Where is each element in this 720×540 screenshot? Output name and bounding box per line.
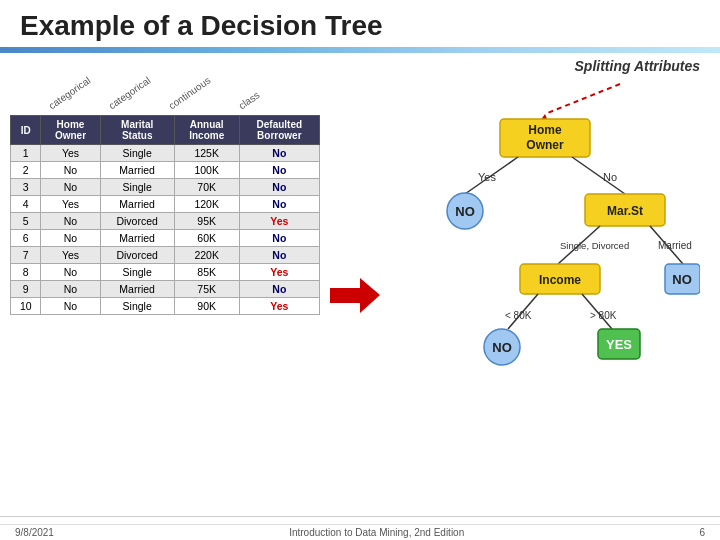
col-angled-2: categorical [106, 75, 153, 113]
col-angled-4: class [237, 89, 263, 113]
svg-text:YES: YES [606, 337, 632, 352]
table-row: 2NoMarried100KNo [11, 162, 320, 179]
table-row: 10NoSingle90KYes [11, 298, 320, 315]
svg-line-1 [545, 84, 620, 114]
svg-text:Owner: Owner [526, 138, 564, 152]
red-arrow [330, 278, 380, 313]
th-id: ID [11, 116, 41, 145]
table-row: 9NoMarried75KNo [11, 281, 320, 298]
svg-text:Yes: Yes [478, 171, 496, 183]
data-table: ID HomeOwner MaritalStatus AnnualIncome … [10, 115, 320, 315]
right-section: Splitting Attributes Home Owner Yes No N… [390, 53, 710, 378]
th-homeowner: HomeOwner [41, 116, 100, 145]
svg-text:Home: Home [528, 123, 562, 137]
footer: 9/8/2021 Introduction to Data Mining, 2n… [0, 524, 720, 540]
table-row: 3NoSingle70KNo [11, 179, 320, 196]
table-row: 1YesSingle125KNo [11, 145, 320, 162]
svg-marker-0 [330, 278, 380, 313]
table-section: categorical categorical continuous class… [10, 53, 320, 378]
svg-text:Married: Married [658, 240, 692, 251]
decision-tree-svg: Home Owner Yes No NO Mar.St Single, Divo… [390, 79, 700, 374]
table-row: 5NoDivorced95KYes [11, 213, 320, 230]
footer-subtitle: Introduction to Data Mining, 2nd Edition [289, 527, 464, 538]
table-row: 6NoMarried60KNo [11, 230, 320, 247]
svg-text:NO: NO [672, 272, 692, 287]
splitting-attributes-label: Splitting Attributes [390, 58, 710, 74]
table-row: 4YesMarried120KNo [11, 196, 320, 213]
svg-text:Single, Divorced: Single, Divorced [560, 240, 629, 251]
svg-text:Mar.St: Mar.St [607, 204, 643, 218]
svg-text:Income: Income [539, 273, 581, 287]
footer-date: 9/8/2021 [15, 527, 54, 538]
footer-page: 6 [699, 527, 705, 538]
svg-text:No: No [603, 171, 617, 183]
th-marital: MaritalStatus [100, 116, 174, 145]
svg-text:NO: NO [492, 340, 512, 355]
th-income: AnnualIncome [174, 116, 239, 145]
svg-text:< 80K: < 80K [505, 310, 532, 321]
table-row: 8NoSingle85KYes [11, 264, 320, 281]
svg-text:> 80K: > 80K [590, 310, 617, 321]
th-defaulted: DefaultedBorrower [239, 116, 319, 145]
svg-text:NO: NO [455, 204, 475, 219]
col-angled-1: categorical [46, 75, 93, 113]
table-row: 7YesDivorced220KNo [11, 247, 320, 264]
col-angled-3: continuous [166, 75, 213, 113]
page-title: Example of a Decision Tree [0, 0, 720, 47]
